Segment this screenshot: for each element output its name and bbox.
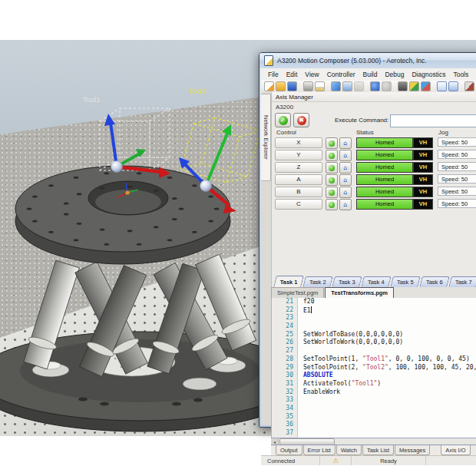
motion-composer-window[interactable]: A3200 Motion Composer (5.03.000) - Aerot… bbox=[259, 52, 476, 428]
bottom-tab-messages[interactable]: Messages bbox=[395, 445, 430, 455]
print-icon[interactable] bbox=[303, 81, 313, 91]
bottom-tab-output[interactable]: Output bbox=[276, 445, 302, 455]
axis-home-button[interactable]: ⌂ bbox=[339, 187, 352, 198]
status-bar: Connected ⚠ Ready bbox=[261, 455, 476, 465]
task-tab-task-1[interactable]: Task 1 bbox=[273, 276, 304, 287]
code-text bbox=[298, 396, 303, 405]
view-icon[interactable] bbox=[398, 81, 408, 91]
task-tab-task-3[interactable]: Task 3 bbox=[332, 276, 362, 287]
menu-help[interactable]: Help bbox=[472, 69, 476, 80]
title-bar[interactable]: A3200 Motion Composer (5.03.000) - Aerot… bbox=[259, 53, 476, 68]
network-explorer-tab[interactable]: Network Explorer bbox=[261, 94, 271, 181]
axis-row-a: A⌂HomedVHSpeed: 50 bbox=[272, 174, 476, 186]
editor-line: 33 bbox=[272, 396, 476, 405]
controller-tab-a3200[interactable]: A3200 bbox=[276, 104, 293, 111]
menu-edit[interactable]: Edit bbox=[283, 69, 302, 80]
import-icon[interactable] bbox=[331, 81, 341, 91]
jog-speed-field[interactable]: Speed: 50 bbox=[438, 150, 476, 159]
window-list-icon[interactable] bbox=[437, 81, 447, 91]
axis-name-button[interactable]: X bbox=[275, 137, 322, 148]
axis-home-button[interactable]: ⌂ bbox=[339, 137, 352, 149]
axis-name-button[interactable]: A bbox=[275, 174, 322, 185]
code-editor[interactable]: 21f2022E1232425SetWorldToBase(0,0,0,0,0,… bbox=[271, 298, 476, 438]
new-file-icon[interactable] bbox=[264, 81, 274, 91]
axis-name-button[interactable]: B bbox=[275, 187, 322, 197]
task-tab-task-5[interactable]: Task 5 bbox=[390, 276, 420, 287]
axis-home-button[interactable]: ⌂ bbox=[339, 199, 352, 210]
bottom-tab-strip: OutputError ListWatchTask ListMessagesAx… bbox=[271, 445, 476, 456]
configure-icon[interactable] bbox=[464, 81, 474, 91]
text-cursor bbox=[311, 306, 312, 313]
abort-button[interactable]: ✖ bbox=[293, 113, 309, 127]
line-number: 30 bbox=[272, 372, 298, 380]
link-tools-icon[interactable] bbox=[409, 81, 419, 91]
save-icon[interactable] bbox=[287, 81, 297, 91]
task-tab-label: Task 5 bbox=[397, 279, 414, 286]
link-run-icon[interactable] bbox=[421, 81, 431, 91]
axis-enable-button[interactable] bbox=[326, 199, 338, 210]
bottom-tab-watch[interactable]: Watch bbox=[336, 445, 362, 455]
tool2-label: Tool2 bbox=[189, 87, 207, 95]
execute-command-input[interactable] bbox=[390, 114, 476, 127]
axis-name-button[interactable]: Y bbox=[275, 150, 322, 160]
menu-controller[interactable]: Controller bbox=[323, 69, 359, 80]
menu-view[interactable]: View bbox=[301, 69, 322, 80]
file-tab-testtransforms-pgm[interactable]: TestTransforms.pgm bbox=[325, 287, 394, 298]
editor-line: 23 bbox=[272, 314, 476, 322]
axis-enable-button[interactable] bbox=[326, 187, 338, 198]
jog-speed-field[interactable]: Speed: 50 bbox=[438, 162, 476, 171]
open-file-icon[interactable] bbox=[276, 81, 286, 91]
menu-diagnostics[interactable]: Diagnostics bbox=[408, 69, 449, 80]
jog-speed-field[interactable]: Speed: 50 bbox=[438, 137, 476, 147]
axis-name-button[interactable]: C bbox=[275, 199, 322, 210]
execute-button[interactable]: ✓ bbox=[275, 113, 291, 127]
code-text: SetWorldToWork(0,0,0,0,0,0) bbox=[298, 339, 403, 347]
line-number: 26 bbox=[272, 339, 298, 347]
bottom-tab-axis-i-o[interactable]: Axis I/O bbox=[441, 445, 470, 455]
undo-icon[interactable] bbox=[370, 81, 380, 91]
task-tab-task-2[interactable]: Task 2 bbox=[302, 276, 332, 287]
axis-home-button[interactable]: ⌂ bbox=[339, 150, 352, 161]
editor-line: 32EnableWork bbox=[272, 388, 476, 397]
bottom-tab-task-list[interactable]: Task List bbox=[362, 445, 394, 455]
code-text bbox=[298, 322, 303, 331]
axis-enable-button[interactable] bbox=[326, 174, 338, 186]
jog-speed-field[interactable]: Speed: 50 bbox=[438, 187, 476, 196]
line-number: 29 bbox=[272, 364, 298, 372]
bottom-tab-error-list[interactable]: Error List bbox=[303, 445, 336, 455]
task-tab-label: Task 2 bbox=[309, 279, 326, 286]
task-tab-task-7[interactable]: Task 7 bbox=[448, 276, 476, 287]
warning-cell[interactable]: ⚠ bbox=[320, 456, 352, 465]
window-form-icon[interactable] bbox=[448, 81, 458, 91]
axis-home-button[interactable]: ⌂ bbox=[339, 162, 352, 174]
menu-build[interactable]: Build bbox=[359, 69, 382, 80]
axis-name-button[interactable]: Z bbox=[275, 162, 322, 173]
menu-tools[interactable]: Tools bbox=[449, 69, 472, 80]
axis-enable-button[interactable] bbox=[326, 150, 338, 161]
redo-icon[interactable] bbox=[382, 81, 392, 91]
paste-icon[interactable] bbox=[354, 81, 364, 91]
line-number: 31 bbox=[272, 380, 298, 388]
print-preview-icon[interactable] bbox=[315, 81, 325, 91]
axis-row-b: B⌂HomedVHSpeed: 50 bbox=[272, 186, 476, 198]
task-tab-task-4[interactable]: Task 4 bbox=[361, 276, 391, 287]
copy-icon[interactable] bbox=[342, 81, 352, 91]
menu-file[interactable]: File bbox=[264, 69, 283, 80]
jog-speed-field[interactable]: Speed: 50 bbox=[438, 174, 476, 183]
menu-debug[interactable]: Debug bbox=[381, 69, 408, 80]
task-tab-label: Task 7 bbox=[455, 279, 472, 286]
editor-line: 30ABSOLUTE bbox=[272, 372, 476, 380]
axis-home-button[interactable]: ⌂ bbox=[339, 174, 352, 186]
home-icon: ⌂ bbox=[343, 177, 347, 183]
axis-manager-header[interactable]: Axis Manager bbox=[272, 92, 476, 102]
axis-enable-button[interactable] bbox=[326, 137, 338, 149]
axis-status-badge: Homed bbox=[356, 174, 413, 185]
task-tab-task-6[interactable]: Task 6 bbox=[419, 276, 449, 287]
line-number: 27 bbox=[272, 347, 298, 355]
axis-mode-flag: VH bbox=[413, 187, 433, 197]
axis-enable-button[interactable] bbox=[326, 162, 338, 174]
file-tab-simpletest-pgm[interactable]: SimpleTest.pgm bbox=[271, 287, 324, 298]
editor-line: 21f20 bbox=[272, 298, 476, 306]
cross-icon: ✖ bbox=[297, 116, 306, 125]
jog-speed-field[interactable]: Speed: 50 bbox=[438, 199, 476, 208]
